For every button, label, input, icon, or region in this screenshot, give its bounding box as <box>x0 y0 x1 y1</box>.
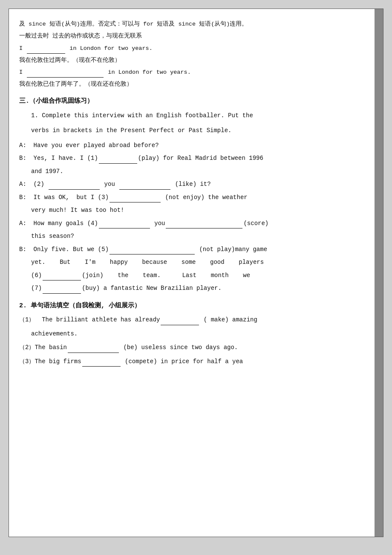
blank-2 <box>27 77 104 78</box>
intro-line4: 我在伦敦住过两年。（现在不在伦敦） <box>19 55 373 66</box>
section3-title: 三.（小组合作巩固练习） <box>19 96 373 107</box>
dialogue-line-b2: B: It was OK, but I (3) (not enjoy) the … <box>19 192 373 203</box>
exercise2-title: 2. 单句语法填空（自我检测, 小组展示） <box>19 301 373 312</box>
dialogue-line-a2: A: (2) you (like) it? <box>19 179 373 190</box>
blank-e2-3 <box>82 366 121 367</box>
dialogue-b1-cont: and 1997. <box>31 166 373 177</box>
dialogue-b3-cont2: (6)(join) the team. Last month we <box>31 270 373 281</box>
intro-line5-end: in London for two years. <box>108 69 190 75</box>
dialogue-b2-cont: very much! It was too hot! <box>31 205 373 216</box>
intro-line1: 及 since 短语(从句)连用。否定式：可以与 for 短语及 since 短… <box>19 19 373 29</box>
intro-line3: I in London for two years. <box>19 43 373 54</box>
exercise2-item2: （2）The basin (be) useless since two days… <box>19 342 373 353</box>
blank-a2a <box>49 189 100 190</box>
dialogue-line-a3: A: How many goals (4) you(score) <box>19 218 373 229</box>
exercise2-item1: （1） The brilliant athlete has already ( … <box>19 315 373 325</box>
content-area: 及 since 短语(从句)连用。否定式：可以与 for 短语及 since 短… <box>19 19 373 367</box>
intro-line5: I in London for two years. <box>19 67 373 78</box>
exercise2-item3: （3）The big firms (compete) in price for … <box>19 356 373 367</box>
blank-b3c <box>43 293 81 294</box>
blank-b1 <box>99 163 137 164</box>
intro-line5-start: I <box>19 69 23 75</box>
blank-b2 <box>110 202 161 202</box>
exercise2-item1-cont: achievements. <box>31 329 373 339</box>
blank-a3a <box>99 228 150 228</box>
exercise1-title: 1. Complete this interview with an Engli… <box>31 111 373 121</box>
exercise1-title-text: 1. Complete this interview with an Engli… <box>31 112 253 119</box>
speaker-b1: B: Yes, I have. I (1)(play) for Real Mad… <box>19 155 263 162</box>
blank-b3 <box>110 254 195 254</box>
exercise1-title-cont: verbs in brackets in the Present Perfect… <box>31 125 373 136</box>
speaker-a1: A: Have you ever played abroad before? <box>19 142 159 149</box>
blank-b3b <box>43 280 81 280</box>
intro-section: 及 since 短语(从句)连用。否定式：可以与 for 短语及 since 短… <box>19 19 373 90</box>
blank-a2b <box>119 189 170 190</box>
blank-1 <box>27 53 65 54</box>
page-container: 及 since 短语(从句)连用。否定式：可以与 for 短语及 since 短… <box>9 9 383 537</box>
dialogue-b3-cont3: (7)(buy) a fantastic New Brazilian playe… <box>31 283 373 294</box>
blank-e2-1 <box>161 325 199 325</box>
dialogue-a3-cont: this season? <box>31 231 373 242</box>
blank-a3b <box>166 228 242 228</box>
intro-line2: 一般过去时 过去的动作或状态，与现在无联系 <box>19 31 373 41</box>
dialogue-b3-cont1: yet. But I'm happy because some good pla… <box>31 257 373 268</box>
dialogue-line-a1: A: Have you ever played abroad before? <box>19 140 373 151</box>
intro-line6: 我在伦敦已住了两年了。（现在还在伦敦） <box>19 79 373 90</box>
dialogue-line-b3: B: Only five. But we (5) (not play)many … <box>19 244 373 255</box>
right-border <box>375 9 383 537</box>
dialogue-line-b1: B: Yes, I have. I (1)(play) for Real Mad… <box>19 153 373 164</box>
intro-line3-start: I <box>19 45 23 52</box>
blank-e2-2 <box>68 353 119 353</box>
intro-line3-end: in London for two years. <box>69 45 152 52</box>
